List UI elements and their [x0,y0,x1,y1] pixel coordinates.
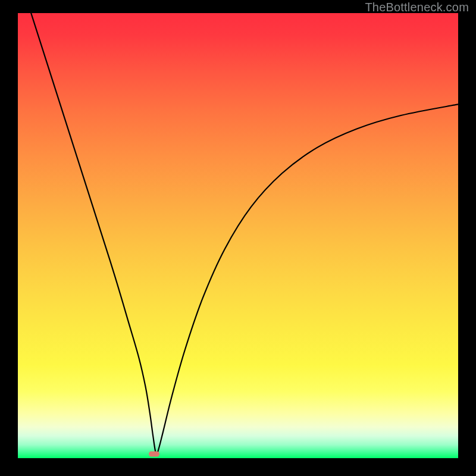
watermark-text: TheBottleneck.com [365,1,469,14]
optimal-marker [149,452,159,457]
chart-frame: TheBottleneck.com [0,0,476,476]
gradient-background [18,13,458,458]
plot-area [18,13,458,458]
